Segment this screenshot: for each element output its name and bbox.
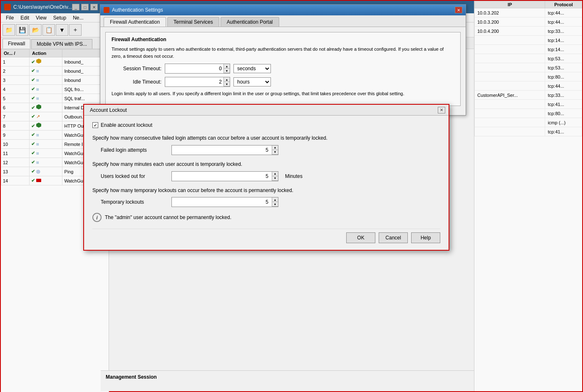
failed-attempts-row: Failed login attempts ▲ ▼ bbox=[92, 145, 440, 155]
toolbar-btn-3[interactable]: 📂 bbox=[29, 24, 42, 36]
idle-timeout-down[interactable]: ▼ bbox=[224, 82, 230, 86]
locked-down-btn[interactable]: ▼ bbox=[272, 176, 278, 181]
row-action: ✔ ⁞⁞⁞ bbox=[30, 76, 62, 85]
table-row[interactable]: 3 ✔ ⁞⁞⁞ Inbound bbox=[1, 76, 109, 85]
check-icon: ✔ bbox=[31, 114, 35, 119]
row-action: ✔ ⁞⁞⁞ bbox=[30, 85, 62, 94]
failed-attempts-spinner[interactable]: ▲ ▼ bbox=[171, 145, 278, 155]
row-action: ✔ bbox=[30, 121, 62, 131]
ip-table-row: icmp (...) bbox=[475, 118, 582, 127]
minimize-btn[interactable]: _ bbox=[72, 4, 79, 10]
auth-dialog-tab-row: Firewall Authentication Terminal Service… bbox=[100, 15, 466, 27]
idle-timeout-unit[interactable]: seconds minutes hours bbox=[233, 77, 271, 86]
lockout-close-btn[interactable]: ✕ bbox=[438, 107, 445, 113]
dots-icon: ⁞⁞⁞ bbox=[36, 88, 39, 91]
session-timeout-unit[interactable]: seconds minutes hours bbox=[233, 64, 271, 73]
col-action[interactable]: Action bbox=[30, 49, 62, 57]
temp-lockouts-input[interactable] bbox=[172, 197, 272, 207]
table-row[interactable]: 5 ✔ ⁞⁞⁞ SQL traf... bbox=[1, 94, 109, 103]
toolbar-btn-6[interactable]: ＋ bbox=[69, 24, 82, 36]
toolbar-btn-5[interactable]: ▼ bbox=[56, 24, 68, 36]
locked-up-btn[interactable]: ▲ bbox=[272, 172, 278, 176]
ok-button[interactable]: OK bbox=[346, 232, 375, 243]
ip-cell: 10.0.3.200 bbox=[475, 17, 545, 27]
temp-down-btn[interactable]: ▼ bbox=[272, 202, 278, 207]
auth-dialog-body: Firewall Authentication Timeout settings… bbox=[100, 27, 466, 115]
ip-cell: 10.0.3.202 bbox=[475, 8, 545, 17]
users-locked-row: Users locked out for ▲ ▼ Minutes bbox=[92, 171, 440, 181]
table-row[interactable]: 2 ✔ ⁞⁞⁞ Inbound_ bbox=[1, 67, 109, 76]
proto-cell: tcp:33... bbox=[545, 27, 582, 36]
tab-mobile-vpn[interactable]: Mobile VPN with IPS... bbox=[31, 39, 92, 49]
temp-lockouts-spinner[interactable]: ▲ ▼ bbox=[171, 197, 278, 207]
toolbar-btn-1[interactable]: 📁 bbox=[2, 24, 15, 36]
session-timeout-down[interactable]: ▼ bbox=[224, 69, 230, 73]
table-row[interactable]: 4 ✔ ⁞⁞⁞ SQL fro... bbox=[1, 85, 109, 94]
failed-attempts-desc: Specify how many consecutive failed logi… bbox=[92, 135, 440, 142]
check-icon: ✔ bbox=[31, 178, 35, 183]
minutes-label: Minutes bbox=[285, 173, 303, 179]
row-num: 6 bbox=[1, 103, 30, 112]
toolbar-btn-4[interactable]: 📋 bbox=[42, 24, 55, 36]
proto-cell: tcp:53... bbox=[545, 63, 582, 72]
temp-lockouts-desc: Specify how many temporary lockouts can … bbox=[92, 187, 440, 194]
idle-timeout-up[interactable]: ▲ bbox=[224, 77, 230, 82]
idle-timeout-spinner[interactable]: ▲ ▼ bbox=[165, 77, 230, 87]
temp-lockouts-label: Temporary lockouts bbox=[101, 199, 167, 205]
cancel-button[interactable]: Cancel bbox=[379, 232, 408, 243]
auth-dialog-close-btn[interactable]: ✕ bbox=[455, 7, 462, 13]
row-action: ✔ ↗ bbox=[30, 112, 62, 121]
enable-lockout-label: Enable account lockout bbox=[101, 122, 152, 128]
proto-cell: icmp (...) bbox=[545, 118, 582, 127]
ip-table-row: 10.0.3.200 tcp:44... bbox=[475, 17, 582, 27]
row-num: 1 bbox=[1, 57, 30, 67]
tab-firewall[interactable]: Firewall bbox=[2, 39, 30, 49]
row-num: 4 bbox=[1, 85, 30, 94]
check-icon: ✔ bbox=[31, 59, 35, 64]
checkbox-check-icon: ✔ bbox=[94, 123, 97, 128]
help-button[interactable]: Help bbox=[411, 232, 440, 243]
lockout-dialog-buttons: OK Cancel Help bbox=[92, 229, 440, 243]
tab-auth-portal[interactable]: Authentication Portal bbox=[221, 17, 279, 27]
tab-terminal-services[interactable]: Terminal Services bbox=[167, 17, 219, 27]
menu-view[interactable]: View bbox=[32, 14, 50, 22]
proto-cell: tcp:53... bbox=[545, 54, 582, 63]
maximize-btn[interactable]: □ bbox=[81, 4, 89, 10]
row-num: 3 bbox=[1, 76, 30, 85]
table-row[interactable]: 1 ✔ Inbound_ bbox=[1, 57, 109, 67]
toolbar-btn-2[interactable]: 💾 bbox=[16, 24, 28, 36]
firewall-auth-section: Firewall Authentication Timeout settings… bbox=[105, 32, 461, 106]
firewall-auth-section-title: Firewall Authentication bbox=[112, 37, 454, 42]
users-locked-spinner[interactable]: ▲ ▼ bbox=[171, 171, 278, 181]
menu-edit[interactable]: Edit bbox=[17, 14, 32, 22]
temp-up-btn[interactable]: ▲ bbox=[272, 197, 278, 202]
failed-down-btn[interactable]: ▼ bbox=[272, 150, 278, 155]
ip-cell bbox=[475, 118, 545, 127]
session-timeout-up[interactable]: ▲ bbox=[224, 64, 230, 69]
menu-ne[interactable]: Ne... bbox=[69, 14, 87, 22]
ip-cell bbox=[475, 72, 545, 81]
idle-timeout-input[interactable] bbox=[165, 77, 223, 86]
col-order[interactable]: Or... / bbox=[1, 49, 30, 57]
row-num: 12 bbox=[1, 158, 30, 167]
session-timeout-spinner[interactable]: ▲ ▼ bbox=[165, 64, 230, 74]
ip-cell bbox=[475, 45, 545, 54]
menu-setup[interactable]: Setup bbox=[50, 14, 69, 22]
failed-attempts-input[interactable] bbox=[172, 145, 272, 155]
users-locked-input[interactable] bbox=[172, 172, 272, 181]
check-icon: ✔ bbox=[31, 77, 35, 82]
tab-firewall-auth[interactable]: Firewall Authentication bbox=[104, 17, 166, 27]
lockout-body: ✔ Enable account lockout Specify how man… bbox=[84, 116, 449, 250]
session-timeout-row: Session Timeout: ▲ ▼ seconds minutes hou… bbox=[112, 64, 454, 74]
session-timeout-input[interactable] bbox=[165, 64, 223, 73]
row-action: ✔ ◎ bbox=[30, 167, 62, 176]
close-btn[interactable]: ✕ bbox=[90, 4, 98, 10]
dots-icon: ⁞⁞⁞ bbox=[36, 152, 39, 155]
check-icon: ✔ bbox=[31, 141, 35, 146]
failed-up-btn[interactable]: ▲ bbox=[272, 145, 278, 150]
proto-cell: tcp:44... bbox=[545, 81, 582, 91]
session-timeout-label: Session Timeout: bbox=[112, 66, 161, 71]
failed-attempts-label: Failed login attempts bbox=[101, 147, 167, 153]
menu-file[interactable]: File bbox=[2, 14, 17, 22]
enable-lockout-checkbox[interactable]: ✔ bbox=[92, 122, 98, 128]
